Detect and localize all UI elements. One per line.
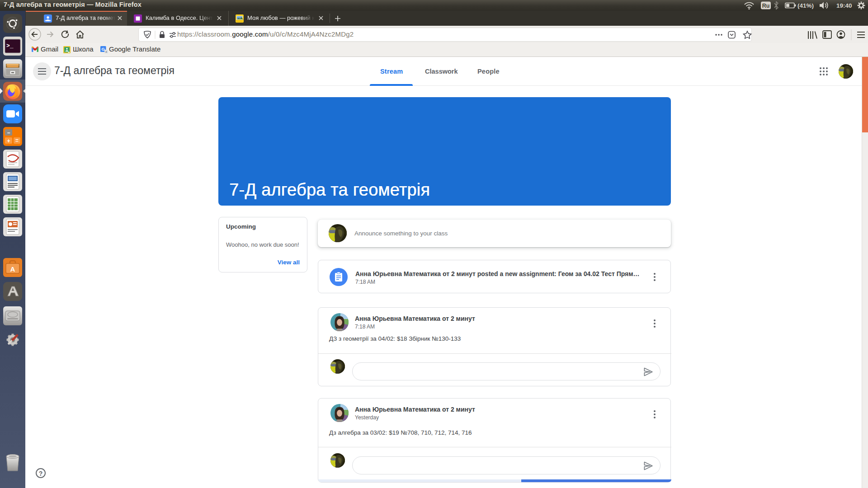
svg-text:19:40: 19:40: [836, 2, 852, 9]
svg-text:G: G: [102, 47, 105, 52]
svg-text:+: +: [7, 137, 10, 144]
svg-text:−: −: [7, 130, 10, 136]
svg-text:Ru: Ru: [762, 3, 770, 9]
svg-text:=: =: [15, 137, 19, 144]
svg-text:>_: >_: [6, 42, 14, 49]
svg-text:A: A: [10, 265, 15, 273]
svg-text:(41%): (41%): [797, 2, 814, 9]
